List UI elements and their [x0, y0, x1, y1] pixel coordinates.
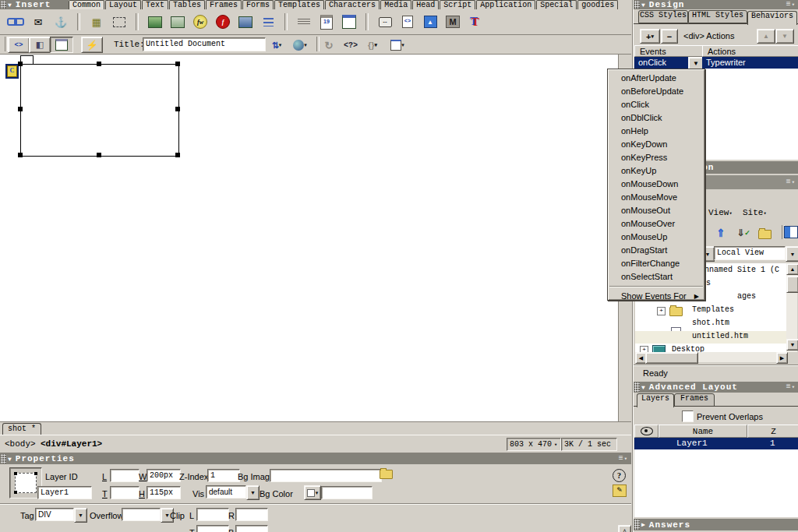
preview-in-browser-icon[interactable]: ▾: [290, 37, 310, 54]
menu-item-ondblclick[interactable]: onDblClick: [608, 111, 704, 125]
scroll-down-icon[interactable]: ▼: [786, 339, 798, 351]
insert-tab-application[interactable]: Application: [476, 0, 535, 9]
window-size-selector[interactable]: 803 x 470▾: [507, 438, 561, 451]
panel-gripper[interactable]: [634, 1, 640, 9]
tag-selector-body[interactable]: <body>: [5, 439, 36, 449]
scroll-up-icon[interactable]: ▲: [786, 263, 798, 275]
clip-left-input[interactable]: [196, 508, 229, 521]
layer-row[interactable]: Layer1 1: [634, 438, 798, 449]
draw-layer-icon[interactable]: [110, 13, 129, 30]
menu-item-onhelp[interactable]: onHelp: [608, 125, 704, 138]
layer-row-z[interactable]: 1: [770, 439, 775, 448]
overflow-dropdown[interactable]: ▼: [122, 508, 174, 523]
insert-tab-script[interactable]: Script: [440, 0, 475, 9]
tab-behaviors[interactable]: Behaviors: [747, 11, 797, 25]
file-management-icon[interactable]: ⇅▾: [267, 37, 287, 54]
resize-handle-ne[interactable]: [175, 62, 180, 66]
width-input[interactable]: 200px: [147, 469, 181, 482]
menu-item-onkeydown[interactable]: onKeyDown: [608, 138, 704, 151]
menu-item-onmousedown[interactable]: onMouseDown: [608, 178, 704, 191]
flash-icon[interactable]: f: [214, 13, 232, 30]
bg-image-input[interactable]: [270, 469, 382, 482]
properties-options-icon[interactable]: ≡▾: [619, 455, 628, 463]
insert-table-icon[interactable]: ▦: [87, 13, 106, 30]
behavior-action-cell[interactable]: Typewriter: [702, 57, 798, 69]
behavior-event-cell[interactable]: onClick: [634, 57, 688, 69]
bg-color-input[interactable]: [321, 486, 373, 499]
layers-list-area[interactable]: [634, 449, 798, 517]
menu-item-ondragstart[interactable]: onDragStart: [608, 244, 704, 257]
visibility-column-header[interactable]: [634, 425, 659, 438]
design-canvas[interactable]: C: [0, 55, 619, 421]
document-tab[interactable]: shot *: [2, 423, 41, 435]
z-column-header[interactable]: Z: [747, 425, 798, 438]
resize-handle-e[interactable]: [175, 107, 180, 111]
expand-split-icon[interactable]: [784, 226, 798, 238]
menu-item-onmouseover[interactable]: onMouseOver: [608, 217, 704, 231]
properties-panel-header[interactable]: ▼ Properties ≡▾: [0, 453, 631, 464]
horizontal-rule-icon[interactable]: [295, 13, 313, 30]
image-icon[interactable]: [146, 13, 164, 30]
panel-gripper[interactable]: [634, 382, 640, 392]
scroll-thumb[interactable]: [786, 276, 798, 293]
insert-tab-frames[interactable]: Frames: [206, 0, 242, 9]
design-panel-header[interactable]: ▼ Design ≡▾: [634, 0, 798, 9]
script-icon[interactable]: <>: [398, 13, 417, 30]
insert-tab-goodies[interactable]: goodies: [577, 0, 618, 9]
rollover-image-icon[interactable]: [236, 13, 255, 30]
resize-handle-se[interactable]: [175, 153, 180, 157]
z-index-input[interactable]: 1: [207, 469, 240, 482]
comment-icon[interactable]: --: [376, 13, 394, 30]
menu-item-onbeforeupdate[interactable]: onBeforeUpdate: [608, 85, 704, 98]
insert-tab-forms[interactable]: Forms: [242, 0, 274, 9]
vis-dropdown[interactable]: default ▼: [206, 485, 260, 500]
insert-tab-media[interactable]: Media: [380, 0, 411, 9]
layer-anchor-marker[interactable]: C: [5, 64, 19, 79]
menu-item-onmousemove[interactable]: onMouseMove: [608, 191, 704, 204]
dropdown-arrow-icon[interactable]: ▼: [786, 246, 798, 262]
shockwave-media-icon[interactable]: M: [443, 13, 462, 30]
quick-tag-edit-icon[interactable]: ✎: [613, 484, 627, 497]
site-menu[interactable]: Site▾: [743, 208, 767, 217]
code-navigation-icon[interactable]: {}▾: [363, 37, 382, 54]
design-view-button[interactable]: [50, 37, 73, 53]
resize-handle-nw[interactable]: [18, 62, 23, 66]
add-behavior-button[interactable]: +▾: [640, 29, 660, 44]
document-title-input[interactable]: Untitled Document: [143, 37, 266, 51]
expand-plus-icon[interactable]: +: [640, 346, 648, 352]
insert-tab-common[interactable]: Common: [69, 0, 104, 9]
tree-item-partial-2[interactable]: ages: [737, 292, 756, 301]
menu-item-show-events-for[interactable]: Show Events For▶: [608, 290, 704, 303]
image-placeholder-icon[interactable]: [168, 13, 187, 30]
panel-gripper[interactable]: [1, 1, 6, 9]
left-input[interactable]: [110, 469, 139, 482]
bg-color-swatch[interactable]: ▾: [304, 485, 321, 500]
panel-gripper[interactable]: [634, 520, 640, 530]
tab-html-styles[interactable]: HTML Styles: [688, 10, 747, 23]
advanced-layout-header[interactable]: ▼ Advanced Layout ≡▾: [634, 382, 798, 393]
design-options-icon[interactable]: ≡▾: [786, 1, 796, 9]
menu-item-onmouseup[interactable]: onMouseUp: [608, 231, 704, 244]
files-options-icon[interactable]: ≡▾: [786, 178, 796, 186]
reference-icon[interactable]: <?>: [341, 37, 360, 54]
scroll-right-icon[interactable]: ▶: [776, 352, 788, 364]
fireworks-html-icon[interactable]: fw: [191, 13, 210, 30]
activex-icon[interactable]: ▲: [421, 13, 440, 30]
insert-tab-special[interactable]: Special: [536, 0, 577, 9]
refresh-icon[interactable]: ↻: [320, 37, 338, 54]
layer-row-name[interactable]: Layer1: [676, 439, 708, 448]
insert-tab-layout[interactable]: Layout: [105, 0, 141, 9]
menu-item-onclick[interactable]: onClick: [608, 98, 704, 111]
expand-plus-icon[interactable]: +: [657, 307, 666, 315]
view-mode-dropdown[interactable]: Local View ▼: [714, 246, 798, 262]
browse-folder-icon[interactable]: [380, 470, 393, 479]
selected-layer-rect[interactable]: [20, 64, 179, 157]
tree-horizontal-scrollbar[interactable]: ◀ ▶: [635, 352, 786, 362]
tree-item-partial-1[interactable]: s: [706, 279, 711, 287]
resize-handle-w[interactable]: [18, 107, 23, 111]
tabular-data-icon[interactable]: [340, 13, 358, 30]
tab-frames[interactable]: Frames: [674, 393, 715, 407]
menu-item-onkeypress[interactable]: onKeyPress: [608, 151, 704, 164]
prevent-overlaps-checkbox[interactable]: [682, 410, 694, 422]
menu-item-onmouseout[interactable]: onMouseOut: [608, 204, 704, 217]
